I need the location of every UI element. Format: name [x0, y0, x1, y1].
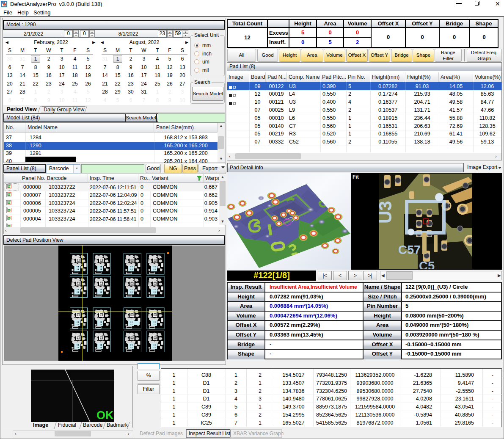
svg-text:C5: C5 — [419, 259, 435, 270]
svg-text:C57: C57 — [398, 243, 421, 257]
svg-text:Fit: Fit — [353, 174, 359, 180]
svg-text:OK: OK — [96, 409, 114, 422]
